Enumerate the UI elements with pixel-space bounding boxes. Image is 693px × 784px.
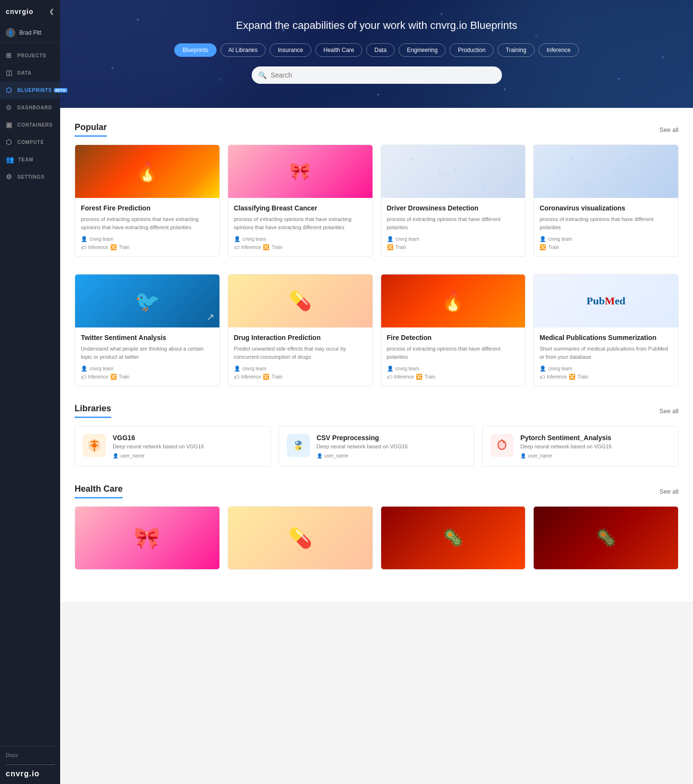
user-icon: 👤 bbox=[234, 366, 241, 372]
hc-card-drug[interactable]: 💊 bbox=[228, 506, 373, 570]
sidebar-item-settings[interactable]: ⚙ SETTINGS bbox=[0, 168, 60, 185]
train-icon: 🔀 bbox=[110, 244, 117, 250]
card-drug[interactable]: 💊 Drug Interaction Prediction Predict un… bbox=[228, 274, 373, 386]
card-pubmed[interactable]: PubMed Medical Publications Summerizatio… bbox=[533, 274, 679, 386]
card-title: Twitter Sentiment Analysis bbox=[81, 333, 214, 342]
hc-card-cancer[interactable]: 🎀 bbox=[75, 506, 220, 570]
star-deco: + bbox=[111, 65, 114, 71]
card-fire-detection[interactable]: 🔥 Fire Detection process of extracting o… bbox=[381, 274, 526, 386]
user-icon: 👤 bbox=[539, 236, 546, 242]
tab-health-care[interactable]: Health Care bbox=[315, 43, 362, 57]
card-desc: Short summaries of medical publications … bbox=[539, 345, 672, 361]
lib-card-vgg16[interactable]: VGG16 Deep neural network based on VGG16… bbox=[75, 426, 271, 467]
nav-label-projects: PROJECTS bbox=[17, 53, 46, 58]
card-title: Forest Fire Prediction bbox=[81, 204, 214, 212]
lib-card-csv[interactable]: CSV Preprocessing Deep neural network ba… bbox=[279, 426, 475, 467]
lib-user-pytorch: 👤 user_name bbox=[520, 453, 670, 458]
libraries-section-header: Libraries See all bbox=[75, 404, 679, 418]
sidebar-item-projects[interactable]: ⊞ PROJECTS bbox=[0, 47, 60, 64]
deco: + bbox=[482, 182, 486, 191]
deco: + bbox=[453, 166, 457, 175]
card-train: Train bbox=[271, 374, 282, 379]
user-icon: 👤 bbox=[387, 236, 394, 242]
chart-deco: ↗ bbox=[206, 311, 215, 323]
card-tags: Inference bbox=[547, 374, 567, 379]
lib-username: user_name bbox=[324, 453, 348, 458]
tab-training[interactable]: Training bbox=[498, 43, 535, 57]
healthcare-see-all[interactable]: See all bbox=[659, 488, 679, 495]
sidebar-item-containers[interactable]: ▣ CONTAINERS bbox=[0, 116, 60, 133]
sidebar-item-team[interactable]: 👥 TEAM bbox=[0, 151, 60, 168]
card-tags-row: 🏷 Inference 🔀 Train bbox=[234, 244, 367, 250]
hc-card-corona2[interactable]: 🦠 bbox=[533, 506, 679, 570]
card-image-pubmed: PubMed bbox=[534, 274, 678, 327]
card-coronavirus[interactable]: + + + + − Coronavirus visualizations pro… bbox=[533, 144, 679, 257]
card-body-driver: Driver Drowsiness Detection process of e… bbox=[381, 198, 526, 256]
user-icon: 👤 bbox=[539, 366, 546, 372]
docs-link[interactable]: Docs bbox=[6, 752, 54, 758]
card-team-row: 👤 cnvrg team bbox=[81, 236, 214, 242]
user-icon-small: 👤 bbox=[317, 453, 322, 458]
popular-cards-row1: 🔥 Forest Fire Prediction process of extr… bbox=[75, 144, 679, 257]
card-meta: 👤 cnvrg team 🏷 Inference 🔀 Train bbox=[539, 366, 672, 380]
card-image-twitter: 🐦 ↗ bbox=[75, 274, 219, 327]
card-tags: Inference bbox=[88, 245, 108, 250]
compute-icon: ⬡ bbox=[6, 138, 13, 146]
tab-data[interactable]: Data bbox=[366, 43, 395, 57]
card-forest-fire[interactable]: 🔥 Forest Fire Prediction process of extr… bbox=[75, 144, 220, 257]
hero-title: Expand the capabilities of your work wit… bbox=[70, 19, 683, 32]
tab-engineering[interactable]: Engineering bbox=[398, 43, 446, 57]
blueprint-icon: ⬡ bbox=[6, 86, 13, 94]
card-tags-row: 🏷 Inference 🔀 Train bbox=[81, 244, 214, 250]
card-desc: process of extracting opinions that have… bbox=[387, 215, 520, 231]
star-deco: + bbox=[440, 11, 443, 17]
hc-card-corona1[interactable]: 🦠 bbox=[381, 506, 526, 570]
hc-card-image-corona2: 🦠 bbox=[534, 507, 678, 569]
card-title: Classifying Breast Cancer bbox=[234, 204, 367, 212]
nav-label-team: TEAM bbox=[18, 157, 34, 162]
nav-label-containers: CONTAINERS bbox=[17, 122, 52, 128]
libraries-see-all[interactable]: See all bbox=[659, 407, 679, 415]
card-driver-drowsiness[interactable]: + + + − Driver Drowsiness Detection proc… bbox=[381, 144, 526, 257]
card-twitter[interactable]: 🐦 ↗ Twitter Sentiment Analysis Understan… bbox=[75, 274, 220, 386]
card-tags-row: 🏷 Inference 🔀 Train bbox=[539, 374, 672, 380]
tab-inference[interactable]: Inference bbox=[539, 43, 579, 57]
sidebar-item-compute[interactable]: ⬡ COMPUTE bbox=[0, 133, 60, 151]
card-image-drug: 💊 bbox=[228, 274, 372, 327]
card-meta: 👤 cnvrg team 🔀 Train bbox=[387, 236, 520, 250]
card-meta: 👤 cnvrg team 🏷 Inference 🔀 Train bbox=[81, 366, 214, 380]
tag-icon: 🏷 bbox=[234, 245, 239, 250]
sidebar-brand: cnvrg.io bbox=[6, 770, 39, 778]
tab-blueprints[interactable]: Blueprints bbox=[174, 43, 216, 57]
user-icon: 👤 bbox=[81, 236, 88, 242]
svg-point-6 bbox=[503, 441, 505, 443]
train-icon: 🔀 bbox=[416, 374, 423, 380]
card-meta: 👤 cnvrg team 🏷 Inference 🔀 Train bbox=[387, 366, 520, 380]
lib-desc-csv: Deep neural network based on VGG16 bbox=[317, 444, 467, 449]
blueprints-label-wrap: BLUEPRINTS BETA bbox=[17, 88, 67, 93]
sidebar-user[interactable]: 👤 Brad Pitt bbox=[0, 23, 60, 43]
libraries-title: Libraries bbox=[75, 404, 111, 418]
card-team-row: 👤 cnvrg team bbox=[81, 366, 214, 372]
sidebar-item-dashboard[interactable]: ⊙ DASHBOARD bbox=[0, 99, 60, 116]
card-breast-cancer[interactable]: 🎀 Classifying Breast Cancer process of e… bbox=[228, 144, 373, 257]
collapse-icon[interactable]: ❮ bbox=[49, 8, 54, 15]
card-desc: process of extracting opinions that have… bbox=[387, 345, 520, 361]
deco: + bbox=[410, 156, 414, 164]
popular-see-all[interactable]: See all bbox=[659, 126, 679, 133]
card-image-forest-fire: 🔥 bbox=[75, 145, 219, 198]
deco: + bbox=[628, 153, 632, 162]
card-desc: process of extracting opinions that have… bbox=[234, 215, 367, 231]
nav-label-compute: COMPUTE bbox=[17, 140, 44, 145]
tab-production[interactable]: Production bbox=[449, 43, 493, 57]
tab-ai-libraries[interactable]: AI Libraries bbox=[220, 43, 266, 57]
settings-icon: ⚙ bbox=[6, 173, 13, 181]
lib-card-pytorch[interactable]: Pytorch Sentiment_Analysis Deep neural n… bbox=[482, 426, 679, 467]
tab-insurance[interactable]: Insurance bbox=[270, 43, 311, 57]
nav-label-dashboard: DASHBOARD bbox=[17, 105, 52, 110]
sidebar-item-data[interactable]: ◫ DATA bbox=[0, 64, 60, 81]
tag-icon: 🏷 bbox=[539, 374, 545, 380]
sidebar-item-blueprints[interactable]: ⬡ BLUEPRINTS BETA bbox=[0, 81, 60, 99]
lib-title-vgg16: VGG16 bbox=[113, 434, 263, 442]
search-input[interactable] bbox=[252, 66, 502, 84]
